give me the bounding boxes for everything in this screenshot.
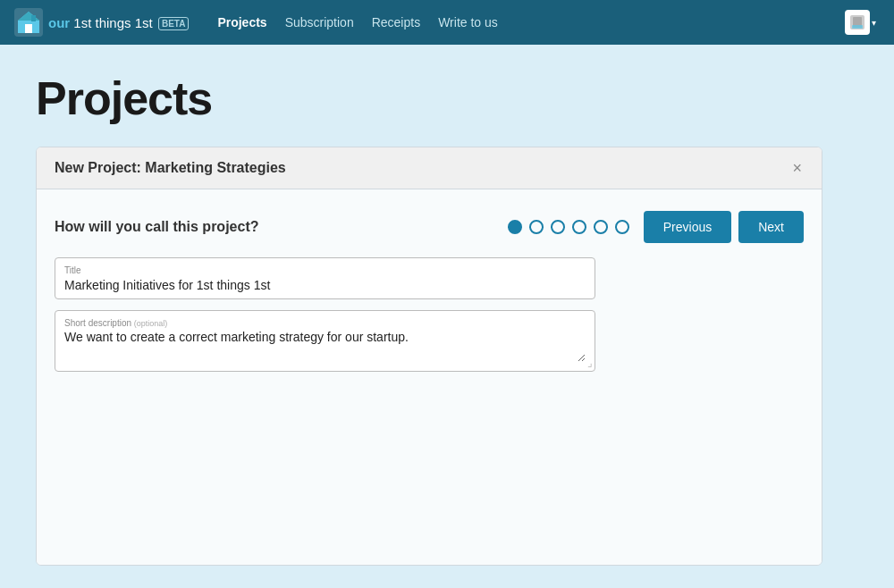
new-project-card: New Project: Marketing Strategies × How … [36,147,822,566]
nav-projects[interactable]: Projects [217,15,266,29]
description-textarea[interactable]: We want to create a correct marketing st… [64,330,586,362]
logo-icon [14,8,43,37]
step-dot-1 [508,220,522,234]
svg-rect-3 [25,24,32,33]
svg-rect-7 [852,25,863,29]
svg-rect-4 [31,15,36,21]
beta-badge: BETA [158,17,189,30]
description-textarea-wrapper: Short description (OPTIONAL) We want to … [55,310,595,372]
main-content: Projects New Project: Marketing Strategi… [0,45,894,588]
description-group: Short description (OPTIONAL) We want to … [55,310,595,372]
navbar-right: ▾ [841,6,880,38]
title-label: Title [64,265,586,275]
step-dot-6 [615,220,629,234]
next-button[interactable]: Next [738,211,804,243]
previous-button[interactable]: Previous [644,211,731,243]
step-dot-5 [594,220,608,234]
close-button[interactable]: × [790,160,804,176]
brand: our 1st things 1st BETA [14,8,189,37]
description-label: Short description (OPTIONAL) [64,318,586,328]
chevron-down-icon: ▾ [872,18,876,28]
navbar: our 1st things 1st BETA Projects Subscri… [0,0,894,45]
nav-receipts[interactable]: Receipts [372,15,420,29]
navbar-nav: Projects Subscription Receipts Write to … [217,15,497,29]
card-title: New Project: Marketing Strategies [55,160,286,176]
user-menu-button[interactable]: ▾ [841,6,880,38]
brand-text: our 1st things 1st BETA [48,15,189,30]
title-input-wrapper: Title [55,257,595,299]
step-dot-3 [551,220,565,234]
title-group: Title [55,257,595,299]
step-dot-2 [529,220,544,234]
form-question: How will you call this project? [55,219,258,235]
page-title: Projects [36,71,858,125]
nav-subscription[interactable]: Subscription [285,15,354,29]
step-dots [508,220,629,234]
title-input[interactable] [64,278,586,292]
form-fields: Title Short description (OPTIONAL) We wa… [55,257,595,372]
card-body: How will you call this project? Previous… [37,189,822,565]
nav-write-to-us[interactable]: Write to us [438,15,498,29]
step-dot-4 [572,220,586,234]
nav-buttons: Previous Next [644,211,804,243]
form-header-row: How will you call this project? Previous… [55,211,804,243]
card-header: New Project: Marketing Strategies × [37,147,822,189]
resize-handle-icon: ⌟ [587,357,593,369]
user-icon [848,13,866,31]
user-avatar [845,10,870,35]
